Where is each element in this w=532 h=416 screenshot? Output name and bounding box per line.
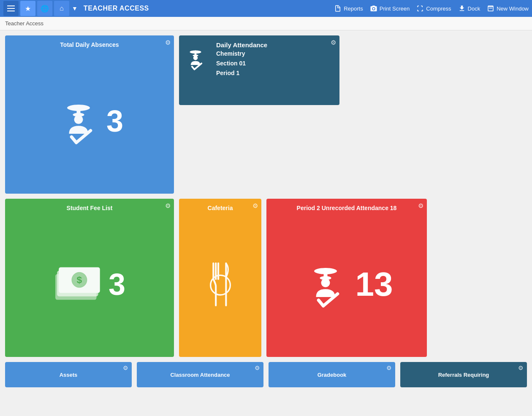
svg-point-4 xyxy=(74,115,83,124)
cafeteria-icon-area xyxy=(179,211,261,357)
referrals-tile[interactable]: ⚙ Referrals Requiring xyxy=(400,362,527,387)
grad-check-small-icon xyxy=(184,44,209,73)
window-icon xyxy=(487,5,494,12)
gradebook-label: Gradebook xyxy=(318,372,347,378)
daily-attendance-tile[interactable]: ⚙ Daily Attendance Chemistry Section 01 … xyxy=(179,35,339,105)
daily-attendance-content: Daily Attendance Chemistry Section 01 Pe… xyxy=(216,41,267,78)
header: ★ 🌐 ⌂ ▼ TEACHER ACCESS Reports Print Scr… xyxy=(0,0,532,17)
dock-button[interactable]: Dock xyxy=(458,5,480,12)
student-fee-list-tile[interactable]: ⚙ Student Fee List $ 3 xyxy=(5,199,174,357)
row-1: ⚙ Total Daily Absences 3 xyxy=(5,35,527,194)
graduate-check-icon xyxy=(56,96,106,146)
compress-button[interactable]: Compress xyxy=(416,5,451,12)
print-screen-label: Print Screen xyxy=(380,5,410,12)
daily-attendance-icon xyxy=(184,44,209,78)
period2-title: Period 2 Unrecorded Attendance 18 xyxy=(266,205,427,211)
cafeteria-settings[interactable]: ⚙ xyxy=(252,202,258,210)
classroom-attendance-label: Classroom Attendance xyxy=(170,372,230,378)
total-daily-absences-tile[interactable]: ⚙ Total Daily Absences 3 xyxy=(5,35,174,194)
classroom-attendance-tile[interactable]: ⚙ Classroom Attendance xyxy=(137,362,263,387)
total-absences-title: Total Daily Absences xyxy=(5,41,174,48)
nav-arrow[interactable]: ▼ xyxy=(71,5,79,12)
grad-check-large-icon xyxy=(301,259,356,310)
period2-tile[interactable]: ⚙ Period 2 Unrecorded Attendance 18 13 xyxy=(266,199,427,357)
home-button[interactable]: ⌂ xyxy=(54,1,69,16)
globe-button[interactable]: 🌐 xyxy=(37,1,52,16)
class-name: Chemistry xyxy=(216,49,267,58)
print-screen-button[interactable]: Print Screen xyxy=(370,5,410,12)
camera-icon xyxy=(370,5,377,12)
new-window-label: New Window xyxy=(497,5,529,12)
svg-point-18 xyxy=(210,275,230,295)
menu-button[interactable] xyxy=(3,1,19,16)
svg-text:$: $ xyxy=(77,274,82,285)
section: Section 01 xyxy=(216,59,267,68)
app-title: TEACHER ACCESS xyxy=(84,5,332,12)
gradebook-settings-icon[interactable]: ⚙ xyxy=(386,365,392,371)
main-content: ⚙ Total Daily Absences 3 xyxy=(0,30,532,392)
svg-point-24 xyxy=(321,278,330,287)
new-window-button[interactable]: New Window xyxy=(487,5,529,12)
assets-tile[interactable]: ⚙ Assets xyxy=(5,362,132,387)
classroom-attendance-settings-icon[interactable]: ⚙ xyxy=(255,365,260,371)
period: Period 1 xyxy=(216,69,267,78)
document-icon xyxy=(334,5,342,12)
breadcrumb: Teacher Access xyxy=(0,17,532,30)
period2-count: 13 xyxy=(356,267,393,301)
cafeteria-title: Cafeteria xyxy=(179,205,261,211)
row-2: ⚙ Student Fee List $ 3 ⚙ Cafeteria xyxy=(5,199,527,357)
dock-label: Dock xyxy=(468,5,480,12)
daily-attendance-settings[interactable]: ⚙ xyxy=(331,39,336,46)
period2-settings[interactable]: ⚙ xyxy=(418,202,423,210)
cafeteria-tile[interactable]: ⚙ Cafeteria xyxy=(179,199,261,357)
reports-label: Reports xyxy=(344,5,363,12)
total-absences-icon-area: 3 xyxy=(5,48,174,194)
favorites-button[interactable]: ★ xyxy=(20,1,35,16)
total-absences-count: 3 xyxy=(106,106,123,136)
gradebook-tile[interactable]: ⚙ Gradebook xyxy=(269,362,395,387)
money-icon: $ xyxy=(54,263,109,305)
reports-button[interactable]: Reports xyxy=(334,5,363,12)
student-fee-count: 3 xyxy=(109,269,125,300)
student-fee-title: Student Fee List xyxy=(5,205,174,211)
period2-icon-area: 13 xyxy=(266,211,427,357)
student-fee-icon-area: $ 3 xyxy=(5,211,174,357)
compress-label: Compress xyxy=(426,5,451,12)
referrals-settings-icon[interactable]: ⚙ xyxy=(518,365,524,371)
assets-label: Assets xyxy=(60,372,78,378)
fork-knife-icon xyxy=(210,259,231,310)
header-actions: Reports Print Screen Compress Dock New W… xyxy=(334,5,529,12)
referrals-label: Referrals Requiring xyxy=(438,372,489,378)
assets-settings-icon[interactable]: ⚙ xyxy=(123,365,128,371)
bottom-tiles-row: ⚙ Assets ⚙ Classroom Attendance ⚙ Gradeb… xyxy=(5,362,527,387)
daily-attendance-title: Daily Attendance xyxy=(216,41,267,49)
svg-point-9 xyxy=(193,56,198,60)
student-fee-settings[interactable]: ⚙ xyxy=(165,202,171,210)
total-absences-settings[interactable]: ⚙ xyxy=(165,39,171,46)
dock-icon xyxy=(458,5,466,12)
compress-icon xyxy=(416,5,424,12)
